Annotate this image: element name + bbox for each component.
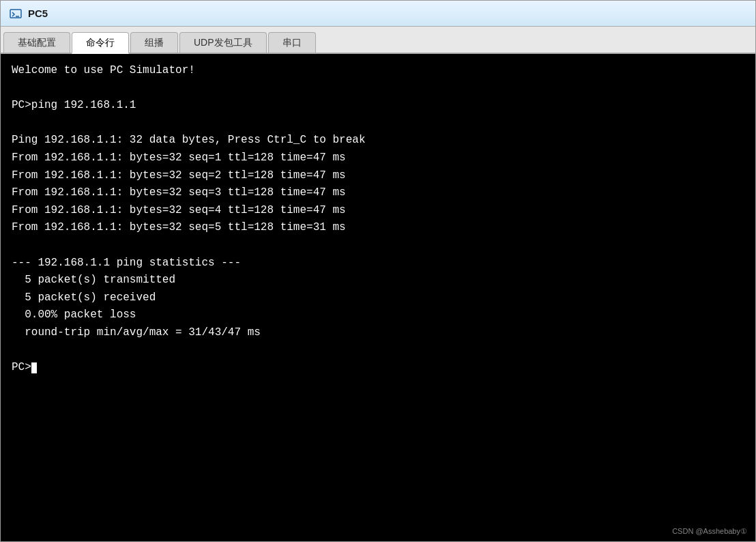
tab-bar: 基础配置 命令行 组播 UDP发包工具 串口 (1, 27, 755, 54)
tab-basic-config[interactable]: 基础配置 (3, 32, 70, 53)
tab-serial[interactable]: 串口 (268, 32, 316, 53)
main-window: PC5 基础配置 命令行 组播 UDP发包工具 串口 Welcome to us… (0, 0, 756, 542)
tab-command-line[interactable]: 命令行 (72, 32, 129, 54)
tab-multicast[interactable]: 组播 (130, 32, 178, 53)
terminal-output: Welcome to use PC Simulator! PC>ping 192… (12, 62, 744, 377)
window-icon (9, 7, 23, 20)
window-title: PC5 (28, 8, 48, 19)
title-bar: PC5 (1, 1, 755, 27)
terminal-area[interactable]: Welcome to use PC Simulator! PC>ping 192… (1, 54, 755, 541)
tab-udp-tool[interactable]: UDP发包工具 (179, 32, 267, 53)
watermark: CSDN @Asshebaby① (672, 527, 747, 536)
